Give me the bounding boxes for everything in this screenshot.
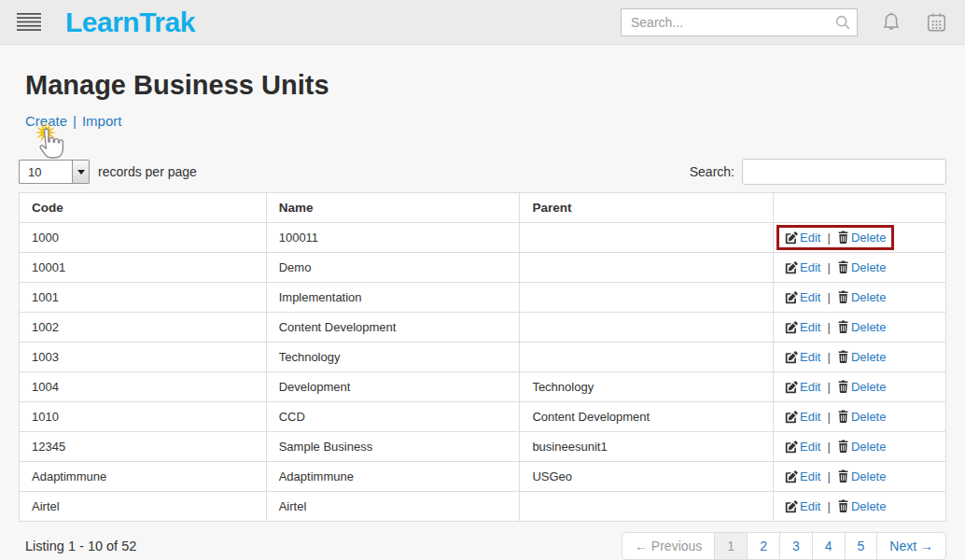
edit-button[interactable]: Edit [785, 499, 820, 513]
delete-button[interactable]: Delete [837, 440, 887, 454]
edit-pencil-icon [785, 411, 798, 424]
cell-name: Adaptimmune [266, 462, 520, 492]
edit-label: Edit [800, 410, 820, 424]
edit-button[interactable]: Edit [785, 410, 820, 424]
delete-label: Delete [851, 320, 887, 334]
cell-name: Airtel [266, 492, 520, 522]
cell-code: 1001 [20, 283, 267, 313]
table-row: 1001 Implementation Edit | [20, 283, 946, 313]
delete-button[interactable]: Delete [837, 231, 887, 245]
pagination-page-button-2[interactable]: 2 [747, 532, 780, 560]
cell-code: 1000 [20, 223, 267, 253]
cell-actions: Edit | Delete [774, 372, 946, 402]
edit-button[interactable]: Edit [785, 260, 820, 274]
delete-button[interactable]: Delete [837, 350, 887, 364]
edit-pencil-icon [785, 321, 798, 334]
delete-label: Delete [851, 231, 887, 245]
business-units-table: Code Name Parent 1000 100011 Edit | [19, 192, 946, 522]
edit-button[interactable]: Edit [785, 440, 820, 454]
cell-name: Implementation [266, 283, 520, 313]
app-logo[interactable]: LearnTrak [65, 8, 195, 36]
edit-pencil-icon [785, 441, 798, 454]
column-header-code[interactable]: Code [20, 193, 267, 223]
edit-button[interactable]: Edit [785, 380, 820, 394]
delete-label: Delete [851, 410, 887, 424]
pagination-previous-button[interactable]: ← Previous [622, 532, 715, 560]
edit-pencil-icon [785, 381, 798, 394]
action-separator: | [827, 231, 830, 245]
edit-label: Edit [800, 320, 820, 334]
edit-button[interactable]: Edit [785, 320, 820, 334]
delete-button[interactable]: Delete [837, 380, 887, 394]
hamburger-menu-icon[interactable] [17, 13, 41, 32]
table-row: 1003 Technology Edit | [20, 343, 946, 372]
select-dropdown-arrow[interactable] [72, 161, 89, 183]
edit-button[interactable]: Edit [785, 290, 820, 304]
cell-actions: Edit | Delete [774, 402, 946, 432]
pagination-page-button-5[interactable]: 5 [845, 532, 878, 560]
cell-parent [520, 343, 774, 372]
pagination-page-button-4[interactable]: 4 [812, 532, 846, 560]
cell-actions: Edit | Delete [774, 432, 946, 462]
calendar-icon[interactable] [927, 12, 946, 33]
cell-actions: Edit | Delete [774, 313, 946, 343]
cell-actions: Edit | Delete [774, 343, 946, 372]
cell-actions: Edit | Delete [774, 223, 946, 253]
edit-label: Edit [800, 440, 820, 454]
edit-button[interactable]: Edit [785, 469, 820, 483]
delete-label: Delete [851, 350, 887, 364]
delete-button[interactable]: Delete [837, 290, 887, 304]
delete-button[interactable]: Delete [837, 410, 887, 424]
cell-parent: Technology [520, 372, 774, 402]
table-search-label: Search: [690, 164, 734, 179]
delete-button[interactable]: Delete [837, 499, 887, 513]
create-link[interactable]: Create [25, 113, 67, 129]
pagination-page-button-1[interactable]: 1 [714, 532, 748, 560]
table-controls: 10 records per page Search: [19, 159, 946, 185]
notifications-bell-icon[interactable] [882, 11, 901, 34]
import-link[interactable]: Import [82, 113, 122, 129]
edit-pencil-icon [785, 470, 798, 483]
records-per-page-select[interactable]: 10 [19, 160, 90, 184]
edit-pencil-icon [785, 500, 798, 513]
column-header-name[interactable]: Name [266, 193, 520, 223]
table-row: 1004 Development Technology Edit | [20, 372, 946, 402]
edit-pencil-icon [785, 351, 798, 364]
trash-icon [837, 380, 849, 394]
action-separator: | [827, 440, 830, 454]
cell-name: Sample Business [266, 432, 520, 462]
delete-label: Delete [851, 499, 887, 513]
table-search-input[interactable] [742, 159, 946, 185]
pagination-next-button[interactable]: Next → [876, 532, 946, 560]
edit-button[interactable]: Edit [785, 231, 820, 245]
cell-actions: Edit | Delete [774, 253, 946, 283]
cell-parent: busineesunit1 [520, 432, 774, 462]
delete-button[interactable]: Delete [837, 260, 887, 274]
delete-label: Delete [851, 469, 887, 483]
global-search-input[interactable] [621, 8, 858, 36]
edit-button[interactable]: Edit [785, 350, 820, 364]
delete-label: Delete [851, 260, 887, 274]
column-header-parent[interactable]: Parent [520, 193, 774, 223]
cell-name: CCD [266, 402, 520, 432]
edit-label: Edit [800, 260, 820, 274]
delete-button[interactable]: Delete [837, 320, 887, 334]
pagination-pages: 12345 [715, 532, 877, 560]
cell-code: 1010 [20, 402, 267, 432]
cell-parent [520, 253, 774, 283]
cell-actions: Edit | Delete [774, 462, 946, 492]
records-per-page-value: 10 [20, 161, 72, 183]
table-row: 12345 Sample Business busineesunit1 Edit… [20, 432, 946, 462]
global-search [621, 8, 858, 36]
top-header-bar: LearnTrak [0, 0, 965, 45]
delete-button[interactable]: Delete [837, 469, 887, 483]
action-separator: | [827, 290, 830, 304]
action-separator: | [827, 499, 830, 513]
cell-name: Demo [266, 253, 520, 283]
action-separator: | [827, 320, 830, 334]
page-title: Manage Business Units [25, 69, 946, 101]
trash-icon [837, 410, 849, 424]
pagination: ← Previous 12345 Next → [622, 532, 946, 560]
pagination-page-button-3[interactable]: 3 [779, 532, 813, 560]
edit-label: Edit [800, 290, 820, 304]
